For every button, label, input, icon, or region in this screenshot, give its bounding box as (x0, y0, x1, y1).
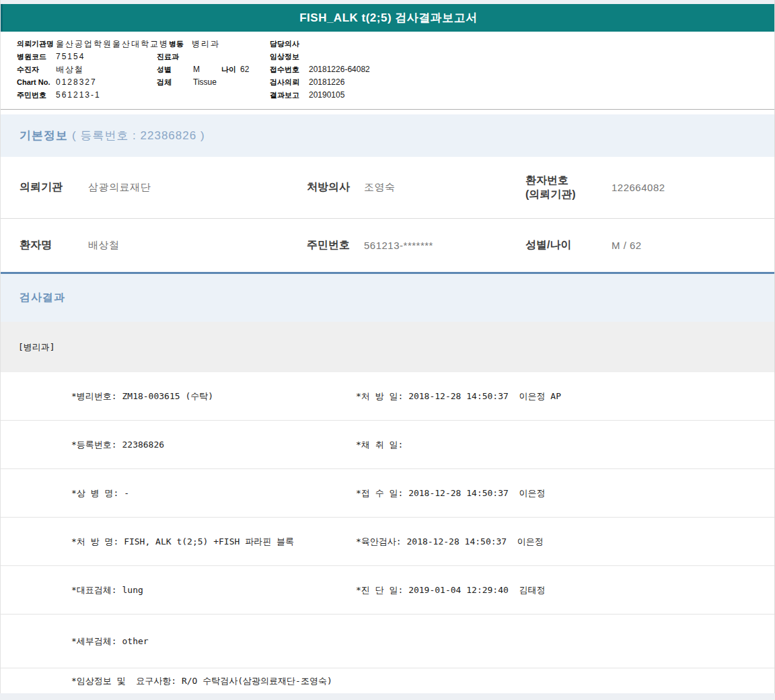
request-date-label: 검사의뢰 (270, 76, 309, 89)
ward-value: 병리과 (192, 39, 220, 48)
prescribing-doctor-label: 처방의사 (307, 180, 364, 195)
patient-no-label: 환자번호(의뢰기관) (525, 174, 612, 202)
resident-no-label: 주민번호 (17, 89, 56, 102)
report-date-label: 결과보고 (270, 89, 309, 102)
report-title-bar: FISH_ALK t(2;5) 검사결과보고서 (1, 4, 774, 32)
patient-value: 배상철 (56, 63, 157, 76)
sub-specimen-field: *세부검체: other (71, 635, 356, 648)
collection-date-field: *채 취 일: (356, 439, 774, 451)
result-field-row: *병리번호: ZM18-003615 (수탁) *처 방 일: 2018-12-… (1, 372, 774, 421)
result-field-row: *등록번호: 22386826 *채 취 일: (1, 421, 774, 469)
ward-label: 병동 (169, 40, 184, 48)
prescribing-doctor-value: 조영숙 (364, 181, 525, 194)
section-gap (1, 110, 774, 114)
resident-reg-no-value: 561213-******* (364, 240, 525, 251)
sex-age-label: 성별/나이 (525, 238, 612, 252)
report-date-value: 20190105 (309, 90, 344, 100)
pathology-no-field: *병리번호: ZM18-003615 (수탁) (71, 390, 356, 403)
sex-label: 성별 (157, 63, 193, 76)
chart-no-value: 0128327 (56, 76, 157, 89)
institution-label: 의뢰기관명 (17, 38, 56, 50)
doctor-in-charge-label: 담당의사 (270, 38, 309, 50)
chart-no-label: Chart No. (17, 76, 56, 89)
report-title: FISH_ALK t(2;5) 검사결과보고서 (299, 10, 478, 26)
sex-value: M (193, 63, 221, 76)
registration-no-field: *등록번호: 22386826 (71, 439, 356, 451)
patient-label: 수진자 (17, 63, 56, 76)
basic-info-title: 기본정보 (20, 128, 68, 143)
table-row: 의뢰기관 삼광의료재단 처방의사 조영숙 환자번호(의뢰기관) 12266408… (1, 157, 774, 219)
result-field-row: *임상정보 및 요구사항: R/O 수탁검사(삼광의료재단-조영숙) (1, 668, 774, 693)
report-header: 의뢰기관명울산공업학원울산대학교병병동병리과 병원코드75154진료과 수진자배… (1, 32, 774, 110)
result-field-row: *상 병 명: - *접 수 일: 2018-12-28 14:50:37 이은… (1, 469, 774, 518)
header-row-institution: 의뢰기관명울산공업학원울산대학교병병동병리과 (17, 38, 774, 50)
header-row-resident-no: 주민번호561213-1 (17, 89, 774, 102)
institution-value: 울산공업학원울산대학교병 (56, 39, 169, 48)
patient-no-label-line2: (의뢰기관) (525, 188, 612, 202)
report-header-right: 담당의사 임상정보 접수번호20181226-64082 검사의뢰2018122… (270, 38, 370, 102)
results-title: 검사결과 (20, 291, 65, 305)
basic-info-section-header: 기본정보 ( 등록번호 : 22386826 ) (1, 114, 774, 157)
result-field-row: *세부검체: other (1, 615, 774, 668)
specimen-label: 검체 (157, 76, 193, 89)
main-specimen-field: *대표검체: lung (71, 584, 356, 596)
table-row: 환자명 배상철 주민번호 561213-******* 성별/나이 M / 62 (1, 219, 774, 272)
header-row-request-date: 검사의뢰20181226 (270, 76, 370, 89)
referring-org-value: 삼광의료재단 (88, 181, 307, 194)
department-row: [병리과] (1, 322, 774, 372)
gross-exam-field: *육안검사: 2018-12-28 14:50:37 이은정 (356, 536, 774, 548)
patient-name-label: 환자명 (20, 238, 88, 252)
receipt-no-value: 20181226-64082 (309, 65, 370, 74)
resident-reg-no-label: 주민번호 (307, 238, 364, 252)
hospital-code-label: 병원코드 (17, 50, 56, 63)
clinical-info-label: 임상정보 (270, 50, 309, 63)
patient-name-value: 배상철 (88, 239, 307, 252)
age-value: 62 (240, 65, 249, 74)
clinical-request-field: *임상정보 및 요구사항: R/O 수탁검사(삼광의료재단-조영숙) (71, 675, 356, 687)
prescription-date-field: *처 방 일: 2018-12-28 14:50:37 이은정 AP (356, 390, 774, 403)
diagnosis-date-field: *진 단 일: 2019-01-04 12:29:40 김태정 (356, 584, 774, 596)
specimen-value: Tissue (193, 77, 217, 87)
age-label: 나이 (221, 65, 236, 73)
header-row-patient: 수진자배상철성별M나이62 (17, 63, 774, 76)
clinic-dept-label: 진료과 (157, 50, 193, 63)
header-row-hospital-code: 병원코드75154진료과 (17, 50, 774, 63)
request-date-value: 20181226 (309, 77, 344, 87)
resident-no-value: 561213-1 (56, 90, 101, 100)
patient-no-label-line1: 환자번호 (525, 174, 612, 188)
header-row-clinical-info: 임상정보 (270, 50, 370, 63)
result-field-row: *대표검체: lung *진 단 일: 2019-01-04 12:29:40 … (1, 566, 774, 615)
hospital-code-value: 75154 (56, 50, 157, 63)
disease-name-field: *상 병 명: - (71, 487, 356, 499)
header-row-report-date: 결과보고20190105 (270, 89, 370, 102)
prescription-name-field: *처 방 명: FISH, ALK t(2;5) +FISH 파라핀 블록 (71, 536, 356, 548)
basic-info-registration-no: ( 등록번호 : 22386826 ) (72, 128, 205, 143)
report-page: FISH_ALK t(2;5) 검사결과보고서 의뢰기관명울산공업학원울산대학교… (0, 0, 775, 693)
receipt-date-field: *접 수 일: 2018-12-28 14:50:37 이은정 (356, 487, 774, 499)
header-row-chart-no: Chart No.0128327검체Tissue (17, 76, 774, 89)
header-row-receipt-no: 접수번호20181226-64082 (270, 63, 370, 76)
department-name: [병리과] (18, 341, 55, 353)
sex-age-value: M / 62 (612, 240, 774, 251)
basic-info-table: 의뢰기관 삼광의료재단 처방의사 조영숙 환자번호(의뢰기관) 12266408… (1, 157, 774, 272)
results-section-header: 검사결과 (1, 272, 774, 322)
result-field-row: *처 방 명: FISH, ALK t(2;5) +FISH 파라핀 블록 *육… (1, 518, 774, 566)
referring-org-label: 의뢰기관 (20, 180, 88, 195)
receipt-no-label: 접수번호 (270, 63, 309, 76)
header-row-doctor: 담당의사 (270, 38, 370, 50)
patient-no-value: 122664082 (612, 182, 774, 193)
